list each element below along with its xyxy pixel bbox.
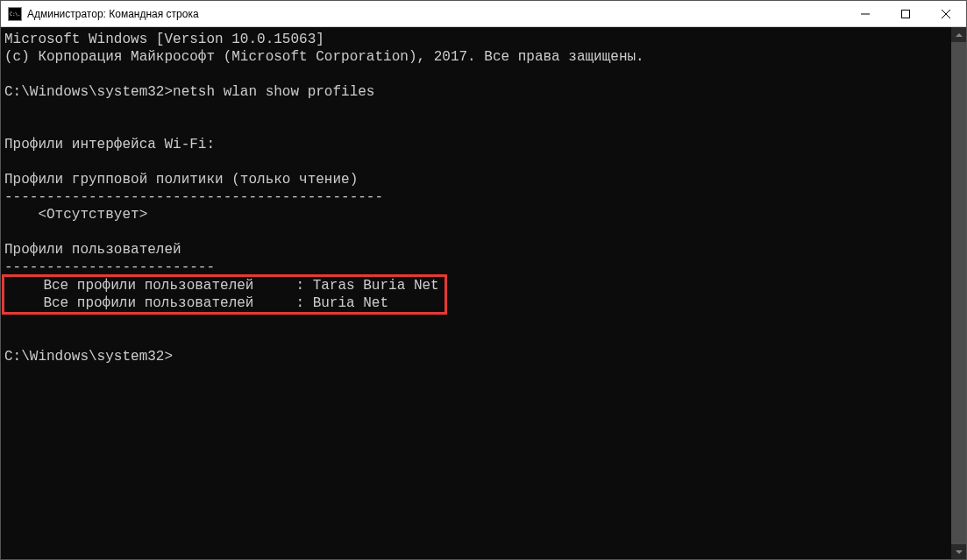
scroll-down-arrow[interactable]	[951, 544, 966, 559]
group-policy-heading: Профили групповой политики (только чтени…	[4, 172, 358, 188]
chevron-up-icon	[956, 33, 963, 37]
content-area: Microsoft Windows [Version 10.0.15063] (…	[1, 27, 966, 559]
window-title: Администратор: Командная строка	[27, 8, 199, 20]
prompt-path: C:\Windows\system32>	[4, 84, 173, 100]
minimize-icon	[861, 10, 870, 18]
prompt-command: netsh wlan show profiles	[173, 84, 374, 100]
user-profiles-heading: Профили пользователей	[4, 242, 181, 258]
maximize-icon	[901, 10, 910, 18]
window-controls	[845, 1, 966, 26]
dashes: ----------------------------------------…	[4, 189, 383, 205]
svg-rect-1	[902, 10, 910, 18]
minimize-button[interactable]	[845, 1, 885, 26]
cmd-icon: C:\.	[8, 7, 22, 21]
profile-row: Все профили пользователей : Buria Net	[10, 295, 388, 311]
cmd-window: C:\. Администратор: Командная строка Mic…	[0, 0, 967, 560]
svg-marker-4	[956, 33, 963, 37]
profile-row: Все профили пользователей : Taras Buria …	[10, 278, 439, 294]
version-line: Microsoft Windows [Version 10.0.15063]	[4, 32, 324, 47]
terminal-output[interactable]: Microsoft Windows [Version 10.0.15063] (…	[1, 27, 951, 559]
close-button[interactable]	[926, 1, 966, 26]
highlight-box: Все профили пользователей : Taras Buria …	[2, 274, 447, 315]
scroll-up-arrow[interactable]	[951, 27, 966, 42]
vertical-scrollbar[interactable]	[951, 27, 966, 559]
group-none: <Отсутствует>	[4, 207, 147, 223]
titlebar[interactable]: C:\. Администратор: Командная строка	[1, 1, 966, 27]
svg-marker-5	[956, 550, 963, 554]
prompt-path: C:\Windows\system32>	[4, 349, 173, 365]
scrollbar-track[interactable]	[951, 42, 966, 544]
dashes: -------------------------	[4, 259, 215, 275]
copyright-line: (c) Корпорация Майкрософт (Microsoft Cor…	[4, 49, 644, 65]
maximize-button[interactable]	[885, 1, 926, 26]
scrollbar-thumb[interactable]	[951, 42, 966, 544]
interface-heading: Профили интерфейса Wi-Fi:	[4, 137, 215, 152]
chevron-down-icon	[956, 550, 963, 554]
close-icon	[942, 10, 950, 18]
